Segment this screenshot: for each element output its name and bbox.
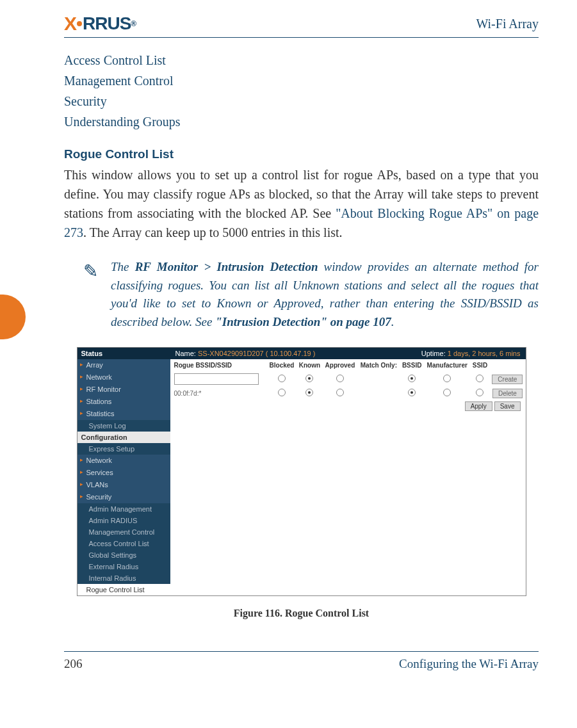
- ss-nav-array[interactable]: Array: [77, 359, 170, 371]
- section-title: Rogue Control List: [64, 147, 539, 161]
- screenshot-rogue-control: Status Array Network RF Monitor Stations…: [77, 347, 526, 596]
- ss-th-approved: Approved: [323, 359, 358, 371]
- ss-nav-stations[interactable]: Stations: [77, 396, 170, 408]
- ss-th-mfr: Manufacturer: [424, 359, 471, 371]
- ss-nav-statistics[interactable]: Statistics: [77, 408, 170, 420]
- ss-radio-match-mfr[interactable]: [443, 375, 451, 382]
- ss-create-button[interactable]: Create: [492, 375, 523, 384]
- ss-radio-match-ssid[interactable]: [476, 375, 484, 382]
- ss-row-known[interactable]: [305, 389, 313, 396]
- section-paragraph: This window allows you to set up a contr…: [64, 165, 539, 242]
- hand-writing-icon: ✎: [83, 261, 98, 282]
- ss-nav-network2[interactable]: Network: [77, 455, 170, 467]
- ss-nav-mgmtcontrol[interactable]: Management Control: [77, 526, 170, 538]
- note-bold-link[interactable]: "Intrusion Detection" on page 107: [215, 315, 391, 328]
- ss-nav-adminradius[interactable]: Admin RADIUS: [77, 515, 170, 526]
- cross-reference-links: Access Control List Management Control S…: [64, 51, 539, 131]
- link-understanding-groups[interactable]: Understanding Groups: [64, 112, 539, 131]
- page-tab-marker: [0, 295, 26, 339]
- ss-radio-approved[interactable]: [336, 375, 344, 382]
- ss-nav-extradius[interactable]: External Radius: [77, 561, 170, 572]
- ss-config-header: Configuration: [77, 432, 170, 443]
- ss-nav-globalsettings[interactable]: Global Settings: [77, 549, 170, 561]
- page-footer: 206 Configuring the Wi-Fi Array: [64, 651, 539, 671]
- ss-uptime-label: Uptime:: [421, 350, 446, 357]
- link-management-control[interactable]: Management Control: [64, 71, 539, 90]
- ss-row-match-ssid[interactable]: [476, 389, 484, 396]
- para-end: . The Array can keep up to 5000 entries …: [83, 225, 343, 239]
- ss-apply-button[interactable]: Apply: [465, 401, 492, 411]
- ss-th-bssid: Rogue BSSID/SSID: [170, 359, 267, 371]
- ss-th-ssid: SSID: [471, 359, 490, 371]
- note-text: The RF Monitor > Intrusion Detection win…: [111, 258, 539, 331]
- page-number: 206: [64, 657, 83, 671]
- ss-delete-button[interactable]: Delete: [492, 389, 523, 398]
- ss-nav-intradius[interactable]: Internal Radius: [77, 572, 170, 584]
- ss-nav-express[interactable]: Express Setup: [77, 443, 170, 455]
- ss-row-approved[interactable]: [336, 389, 344, 396]
- ss-ip: ( 10.100.47.19 ): [266, 350, 316, 357]
- ss-sidebar: Status Array Network RF Monitor Stations…: [77, 348, 170, 595]
- ss-th-known: Known: [297, 359, 322, 371]
- ss-radio-blocked[interactable]: [278, 375, 286, 382]
- ss-nav-systemlog[interactable]: System Log: [77, 420, 170, 432]
- ss-nav-acl[interactable]: Access Control List: [77, 538, 170, 549]
- ss-name-value: SS-XN0429091D207: [198, 350, 264, 357]
- ss-table: Rogue BSSID/SSID Blocked Known Approved …: [170, 359, 526, 400]
- ss-table-header-row: Rogue BSSID/SSID Blocked Known Approved …: [170, 359, 526, 371]
- header-product: Wi-Fi Array: [476, 17, 539, 31]
- ss-table-data-row: 00:0f:7d:* Delete: [170, 387, 526, 400]
- ss-row-match-mfr[interactable]: [443, 389, 451, 396]
- ss-th-bssid2: BSSID: [400, 359, 424, 371]
- ss-save-button[interactable]: Save: [494, 401, 521, 411]
- note-bold-path: RF Monitor > Intrusion Detection: [135, 260, 318, 273]
- ss-radio-known[interactable]: [305, 375, 313, 382]
- note-start: The: [111, 260, 135, 273]
- note-block: ✎ The RF Monitor > Intrusion Detection w…: [83, 258, 539, 331]
- page-header: XRRUS® Wi-Fi Array: [64, 13, 539, 38]
- figure-container: Status Array Network RF Monitor Stations…: [64, 347, 539, 596]
- ss-row-match-bssid[interactable]: [408, 389, 416, 396]
- ss-table-input-row: Create: [170, 371, 526, 387]
- ss-status-label: Status: [77, 348, 170, 359]
- xirrus-logo: XRRUS®: [64, 13, 136, 35]
- ss-uptime-value: 1 days, 2 hours, 6 mins: [448, 350, 521, 357]
- ss-nav-security[interactable]: Security: [77, 491, 170, 503]
- ss-name-label: Name:: [175, 350, 196, 357]
- ss-button-row: Apply Save: [170, 400, 526, 412]
- ss-main: Name: SS-XN0429091D207 ( 10.100.47.19 ) …: [170, 348, 526, 595]
- ss-nav-vlans[interactable]: VLANs: [77, 479, 170, 491]
- ss-th-blocked: Blocked: [267, 359, 297, 371]
- ss-topbar: Name: SS-XN0429091D207 ( 10.100.47.19 ) …: [170, 348, 526, 359]
- ss-bssid-input[interactable]: [174, 373, 259, 385]
- link-access-control-list[interactable]: Access Control List: [64, 51, 539, 70]
- ss-nav-rogue-active[interactable]: Rogue Control List: [77, 584, 170, 595]
- link-security[interactable]: Security: [64, 92, 539, 111]
- ss-th-match: Match Only:: [357, 359, 400, 371]
- ss-nav-rfmonitor[interactable]: RF Monitor: [77, 384, 170, 396]
- note-end: .: [391, 315, 394, 328]
- ss-row-bssid: 00:0f:7d:*: [170, 387, 267, 400]
- footer-chapter: Configuring the Wi-Fi Array: [399, 657, 539, 671]
- ss-radio-match-bssid[interactable]: [408, 375, 416, 382]
- ss-row-blocked[interactable]: [278, 389, 286, 396]
- ss-nav-services[interactable]: Services: [77, 467, 170, 479]
- ss-nav-adminmgmt[interactable]: Admin Management: [77, 503, 170, 515]
- ss-nav-network[interactable]: Network: [77, 371, 170, 384]
- figure-caption: Figure 116. Rogue Control List: [64, 608, 539, 619]
